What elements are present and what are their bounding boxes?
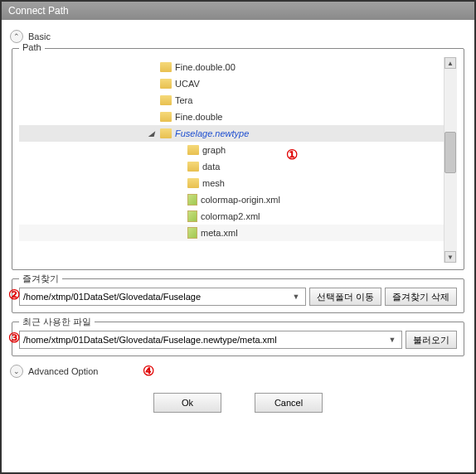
tree-item[interactable]: colormap-origin.xml — [19, 191, 457, 208]
tree-item-selected[interactable]: ◢ Fuselage.newtype — [19, 125, 457, 142]
folder-icon — [160, 79, 172, 89]
tree-item[interactable]: UCAV — [19, 75, 457, 92]
path-group-label: Path — [19, 42, 45, 52]
advanced-section-header[interactable]: ⌄ Advanced Option ④ — [10, 365, 466, 378]
window-titlebar: Connect Path — [2, 2, 474, 20]
basic-collapse-icon[interactable]: ⌃ — [10, 30, 23, 43]
scroll-down-icon[interactable]: ▼ — [444, 251, 456, 263]
tree-item[interactable]: colormap2.xml — [19, 208, 457, 225]
xml-file-icon — [187, 194, 197, 206]
load-recent-button[interactable]: 불러오기 — [406, 331, 457, 349]
tree-item[interactable]: Tera — [19, 92, 457, 109]
scroll-up-icon[interactable]: ▲ — [444, 57, 456, 69]
folder-icon — [160, 95, 172, 105]
bookmark-path-value: /home/xtmp/01DataSet/Glovedata/Fuselage — [23, 292, 290, 302]
scroll-thumb[interactable] — [444, 132, 456, 173]
recent-group: 최근 사용한 파일 /home/xtmp/01DataSet/Glovedata… — [12, 322, 464, 356]
delete-bookmark-button[interactable]: 즐겨찾기 삭제 — [385, 288, 457, 306]
folder-icon — [160, 62, 172, 72]
folder-icon — [187, 162, 199, 172]
dialog-content: ⌃ Basic Path Fine.double.00 UCAV Tera Fi… — [2, 20, 474, 419]
basic-section-header[interactable]: ⌃ Basic — [10, 30, 466, 43]
folder-icon — [160, 128, 172, 138]
xml-file-icon — [187, 227, 197, 239]
tree-item[interactable]: mesh — [19, 175, 457, 191]
tree-item-highlighted[interactable]: meta.xml — [19, 225, 457, 241]
advanced-expand-icon[interactable]: ⌄ — [10, 365, 23, 378]
tree-item[interactable]: data — [19, 158, 457, 175]
tree-expander-icon[interactable]: ◢ — [148, 129, 157, 138]
bookmark-path-combo[interactable]: /home/xtmp/01DataSet/Glovedata/Fuselage … — [19, 288, 306, 306]
bookmark-group-label: 즐겨찾기 — [19, 273, 62, 285]
window-title: Connect Path — [8, 5, 69, 17]
dialog-button-row: Ok Cancel — [10, 393, 466, 413]
tree-scrollbar[interactable]: ▲ ▼ — [444, 57, 457, 263]
recent-file-value: /home/xtmp/01DataSet/Glovedata/Fuselage.… — [23, 335, 386, 345]
folder-icon — [160, 112, 172, 122]
folder-icon — [187, 178, 199, 188]
recent-group-label: 최근 사용한 파일 — [19, 316, 95, 328]
basic-label: Basic — [28, 31, 51, 41]
dropdown-icon[interactable]: ▼ — [290, 293, 302, 301]
path-group: Path Fine.double.00 UCAV Tera Fine.doubl… — [12, 48, 464, 270]
xml-file-icon — [187, 210, 197, 222]
dropdown-icon[interactable]: ▼ — [386, 336, 398, 344]
annotation-4: ④ — [143, 363, 154, 379]
ok-button[interactable]: Ok — [153, 393, 221, 413]
bookmark-group: 즐겨찾기 /home/xtmp/01DataSet/Glovedata/Fuse… — [12, 278, 464, 313]
folder-tree[interactable]: Fine.double.00 UCAV Tera Fine.double ◢ F… — [19, 57, 457, 263]
advanced-label: Advanced Option — [28, 366, 98, 376]
tree-item[interactable]: Fine.double.00 — [19, 59, 457, 75]
tree-item[interactable]: graph — [19, 142, 457, 158]
recent-file-combo[interactable]: /home/xtmp/01DataSet/Glovedata/Fuselage.… — [19, 331, 402, 349]
tree-item[interactable]: Fine.double — [19, 109, 457, 125]
folder-icon — [187, 145, 199, 155]
cancel-button[interactable]: Cancel — [255, 393, 323, 413]
goto-folder-button[interactable]: 선택폴더 이동 — [309, 288, 381, 306]
